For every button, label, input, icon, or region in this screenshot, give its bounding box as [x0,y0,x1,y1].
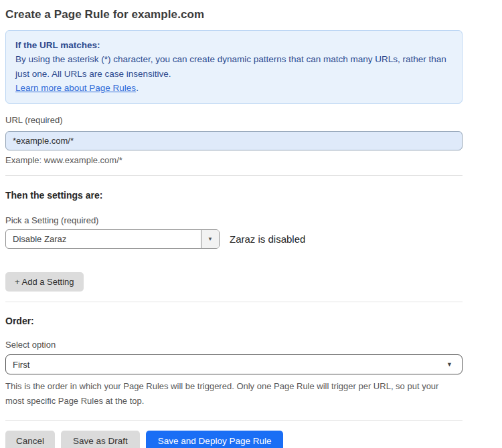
url-example-text: Example: www.example.com/* [5,155,463,165]
order-dropdown[interactable]: First ▼ [5,354,463,374]
url-field-label: URL (required) [5,115,463,125]
settings-section-heading: Then the settings are: [5,190,463,201]
info-box-link-line: Learn more about Page Rules. [15,81,451,95]
page-title: Create a Page Rule for example.com [5,8,463,21]
add-setting-button[interactable]: + Add a Setting [5,272,84,292]
chevron-down-icon[interactable]: ▼ [201,230,219,248]
order-dropdown-value: First [13,360,446,370]
order-select-label: Select option [5,340,463,350]
setting-dropdown[interactable]: Disable Zaraz ▼ [5,229,220,249]
setting-dropdown-value: Disable Zaraz [6,230,201,248]
page-rule-form: Create a Page Rule for example.com If th… [0,0,463,448]
setting-row: Disable Zaraz ▼ Zaraz is disabled [5,229,463,249]
info-box-body: By using the asterisk (*) character, you… [15,52,451,81]
cancel-button[interactable]: Cancel [5,431,55,448]
learn-more-link[interactable]: Learn more about Page Rules [15,83,136,93]
save-and-deploy-button[interactable]: Save and Deploy Page Rule [146,431,284,448]
divider [5,302,463,302]
pick-setting-label: Pick a Setting (required) [5,215,463,225]
order-help-text: This is the order in which your Page Rul… [5,379,459,409]
divider [5,175,463,176]
setting-status-text: Zaraz is disabled [230,233,305,245]
chevron-down-icon: ▼ [446,361,452,368]
divider [5,420,463,421]
info-box-heading: If the URL matches: [15,38,451,52]
link-suffix: . [136,83,139,93]
order-section-heading: Order: [5,316,463,326]
action-button-row: Cancel Save as Draft Save and Deploy Pag… [5,431,463,448]
url-match-info-box: If the URL matches: By using the asteris… [5,30,463,104]
save-as-draft-button[interactable]: Save as Draft [61,431,140,448]
url-input[interactable] [5,131,463,150]
